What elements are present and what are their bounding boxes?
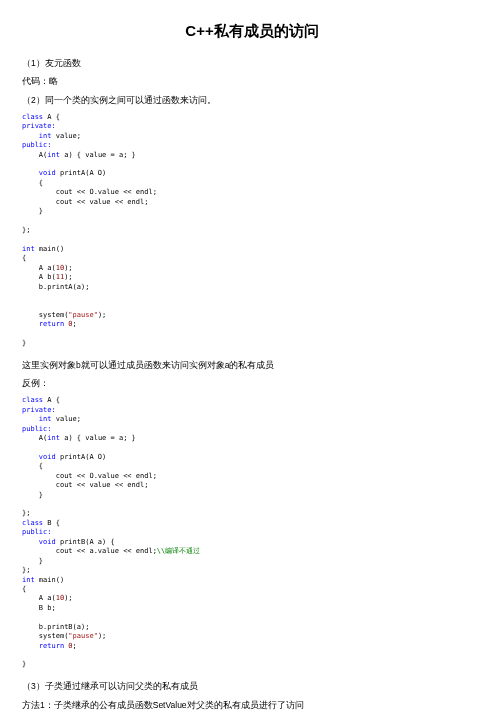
section-3: （3）子类通过继承可以访问父类的私有成员: [22, 680, 482, 693]
page-title: C++私有成员的访问: [22, 20, 482, 43]
code-block-2: class A { private: int value; public: A(…: [22, 396, 482, 670]
method-1: 方法1：子类继承的公有成员函数SetValue对父类的私有成员进行了访问: [22, 699, 482, 712]
explain-1: 这里实例对象b就可以通过成员函数来访问实例对象a的私有成员: [22, 359, 482, 372]
code-omit: 代码：略: [22, 75, 482, 88]
counter-example-label: 反例：: [22, 377, 482, 390]
section-1: （1）友元函数: [22, 57, 482, 70]
section-2: （2）同一个类的实例之间可以通过函数来访问。: [22, 94, 482, 107]
code-block-1: class A { private: int value; public: A(…: [22, 113, 482, 349]
